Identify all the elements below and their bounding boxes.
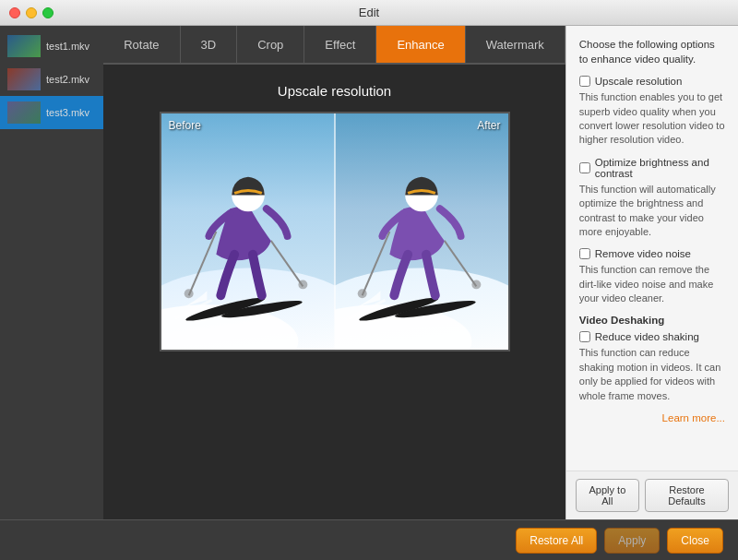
restore-all-button[interactable]: Restore All (516, 528, 597, 554)
upscale-desc: This function enables you to get superb … (579, 90, 725, 148)
svg-point-16 (471, 280, 481, 289)
sidebar: test1.mkv test2.mkv test3.mkv (0, 26, 103, 519)
checkbox-brightness[interactable] (579, 162, 590, 173)
tab-3d[interactable]: 3D (181, 26, 238, 63)
checkbox-deshaking-row: Reduce video shaking (579, 331, 725, 342)
sidebar-label-test1: test1.mkv (46, 41, 89, 52)
checkbox-upscale[interactable] (579, 76, 590, 87)
main-container: test1.mkv test2.mkv test3.mkv Rotate 3D … (0, 26, 738, 519)
checkbox-upscale-row: Upscale resolution (579, 76, 725, 87)
title-bar: Edit (0, 0, 738, 26)
noise-desc: This function can remove the dirt-like v… (579, 263, 725, 305)
minimize-window-button[interactable] (26, 7, 37, 18)
preview-after: After (335, 113, 508, 350)
close-window-button[interactable] (9, 7, 20, 18)
bottom-bar: Restore All Apply Close (0, 519, 738, 560)
close-button[interactable]: Close (667, 528, 723, 554)
apply-button[interactable]: Apply (604, 528, 660, 554)
preview-area: Upscale resolution Before (103, 65, 565, 519)
panel-intro: Choose the following options to enhance … (579, 37, 725, 66)
tab-rotate[interactable]: Rotate (103, 26, 180, 63)
tab-watermark[interactable]: Watermark (466, 26, 565, 63)
maximize-window-button[interactable] (42, 7, 54, 18)
tab-crop[interactable]: Crop (237, 26, 304, 63)
svg-point-6 (298, 280, 307, 289)
checkbox-noise-label[interactable]: Remove video noise (595, 248, 691, 259)
sidebar-label-test3: test3.mkv (46, 107, 89, 118)
after-label: After (477, 119, 500, 132)
right-panel-buttons: Apply to All Restore Defaults (566, 471, 738, 519)
thumbnail-test1 (7, 35, 41, 57)
tab-enhance[interactable]: Enhance (376, 26, 465, 63)
skier-after (335, 113, 508, 350)
right-panel-content: Choose the following options to enhance … (566, 26, 738, 471)
checkbox-deshaking[interactable] (579, 331, 590, 342)
checkbox-brightness-row: Optimize brightness and contrast (579, 157, 725, 179)
skier-figure-before (161, 113, 335, 350)
preview-title: Upscale resolution (278, 83, 391, 99)
option-brightness: Optimize brightness and contrast This fu… (579, 157, 725, 240)
checkbox-upscale-label[interactable]: Upscale resolution (595, 76, 683, 87)
svg-point-5 (184, 289, 193, 298)
thumbnail-test2 (7, 68, 41, 90)
sidebar-label-test2: test2.mkv (46, 74, 89, 85)
sidebar-item-test3[interactable]: test3.mkv (0, 96, 103, 129)
skier-before (161, 113, 335, 350)
preview-before: Before (161, 113, 335, 350)
preview-divider (334, 113, 336, 350)
preview-images: Before (160, 112, 510, 351)
option-deshaking: Video Deshaking Reduce video shaking Thi… (579, 315, 725, 403)
right-panel: Choose the following options to enhance … (565, 26, 738, 519)
before-label: Before (169, 119, 201, 132)
traffic-lights (9, 7, 54, 18)
option-upscale: Upscale resolution This function enables… (579, 76, 725, 148)
thumbnail-test3 (7, 101, 41, 124)
tab-effect[interactable]: Effect (304, 26, 376, 63)
option-noise: Remove video noise This function can rem… (579, 248, 725, 305)
tab-bar: Rotate 3D Crop Effect Enhance Watermark (103, 26, 565, 65)
checkbox-noise[interactable] (579, 248, 590, 259)
sidebar-item-test1[interactable]: test1.mkv (0, 30, 103, 63)
window-title: Edit (359, 6, 379, 19)
skier-figure-after (335, 113, 508, 350)
sidebar-item-test2[interactable]: test2.mkv (0, 63, 103, 96)
restore-defaults-button[interactable]: Restore Defaults (645, 479, 729, 512)
checkbox-deshaking-label[interactable]: Reduce video shaking (595, 331, 699, 342)
checkbox-noise-row: Remove video noise (579, 248, 725, 259)
apply-to-all-button[interactable]: Apply to All (576, 479, 639, 512)
svg-point-15 (357, 289, 366, 298)
deshaking-desc: This function can reduce shaking motion … (579, 346, 725, 403)
learn-more-link[interactable]: Learn more... (579, 412, 725, 423)
deshaking-header: Video Deshaking (579, 315, 725, 326)
brightness-desc: This function will automatically optimiz… (579, 183, 725, 240)
content-area: Rotate 3D Crop Effect Enhance Watermark … (103, 26, 565, 519)
checkbox-brightness-label[interactable]: Optimize brightness and contrast (595, 157, 725, 179)
